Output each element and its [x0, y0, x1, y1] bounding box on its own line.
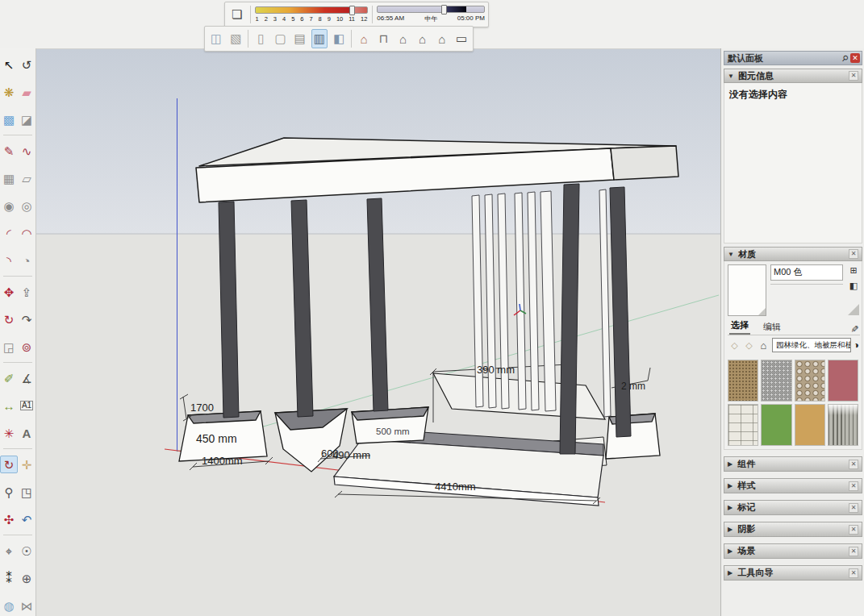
date-slider-handle[interactable]: [349, 6, 355, 15]
view-left-button[interactable]: ▭: [453, 29, 470, 48]
material-swatch-gravel-gray[interactable]: [761, 360, 791, 402]
section-close-icon[interactable]: ✕: [849, 481, 858, 491]
tool-text[interactable]: A1: [18, 397, 35, 414]
tool-push-pull[interactable]: ⇪: [18, 283, 35, 301]
section-styles[interactable]: ▶ 样式 ✕: [724, 478, 862, 493]
material-swatch-cobblestone[interactable]: [795, 360, 825, 402]
section-close-icon[interactable]: ✕: [849, 71, 858, 81]
tool-rectangle[interactable]: ▦: [0, 169, 18, 187]
tool-select[interactable]: ↖: [0, 56, 18, 73]
set-default-paint-icon[interactable]: ◧: [849, 281, 858, 291]
material-swatch-green[interactable]: [761, 404, 791, 446]
tool-zoom[interactable]: ⚲: [0, 483, 18, 501]
back-arrow-icon[interactable]: ◇: [728, 339, 741, 352]
view-front-button[interactable]: ⌂: [394, 29, 411, 48]
material-category-dropdown[interactable]: 园林绿化、地被层和植被 ∨: [772, 338, 851, 352]
tool-freehand[interactable]: ∿: [18, 142, 35, 160]
tool-look-around[interactable]: ☉: [18, 542, 35, 560]
time-slider-track[interactable]: [377, 6, 485, 13]
sample-paint-icon[interactable]: ✎: [849, 325, 860, 333]
material-swatch-pavers[interactable]: [728, 404, 758, 446]
in-model-icon[interactable]: ◑: [854, 339, 859, 351]
tool-pie[interactable]: ◔: [18, 252, 35, 269]
tool-two-point-arc[interactable]: ◠: [18, 224, 35, 242]
tool-rotate[interactable]: ↻: [0, 310, 18, 328]
material-swatch-tan[interactable]: [795, 404, 825, 446]
tab-select[interactable]: 选择: [729, 318, 750, 335]
shadow-dialog-button[interactable]: ❏: [228, 5, 246, 24]
tool-compass[interactable]: ⊕: [18, 569, 35, 587]
panel-title-bar[interactable]: 默认面板 ⚲ ✕: [724, 51, 862, 65]
section-close-icon[interactable]: ✕: [849, 547, 858, 556]
section-scenes[interactable]: ▶ 场景 ✕: [724, 543, 862, 559]
tool-tape-measure[interactable]: ✐: [0, 369, 18, 387]
material-swatch-gravel-brown[interactable]: [728, 360, 758, 402]
entity-info-header[interactable]: ▼ 图元信息 ✕: [724, 69, 862, 83]
material-swatch-mauve[interactable]: [828, 360, 858, 402]
view-iso-button[interactable]: ⌂: [356, 29, 372, 48]
tool-zoom-extents[interactable]: ✣: [0, 510, 18, 528]
section-instructor[interactable]: ▶ 工具向导 ✕: [724, 565, 862, 581]
viewport-3d[interactable]: 1700 450 mm 1400mm 600 490 mm 500 mm 441…: [35, 48, 720, 616]
material-name-field[interactable]: M00 色: [770, 264, 843, 281]
tool-material[interactable]: ◪: [18, 110, 35, 128]
time-slider-handle[interactable]: [441, 5, 447, 15]
tool-offset[interactable]: ⊚: [18, 338, 35, 356]
tool-move[interactable]: ✥: [0, 283, 18, 301]
panel-close-button[interactable]: ✕: [850, 53, 860, 63]
tab-edit[interactable]: 编辑: [762, 319, 783, 335]
tool-polygon[interactable]: ◎: [18, 197, 35, 214]
view-right-button[interactable]: ⌂: [415, 29, 431, 48]
tool-zoom-window[interactable]: ◳: [18, 483, 35, 501]
tool-protractor[interactable]: ∡: [18, 369, 35, 387]
tool-rotated-rectangle[interactable]: ▱: [18, 169, 35, 187]
section-close-icon[interactable]: ✕: [849, 503, 858, 513]
tool-circle[interactable]: ◉: [0, 197, 18, 214]
tool-scale[interactable]: ◲: [0, 338, 18, 356]
section-close-icon[interactable]: ✕: [849, 249, 858, 259]
tool-orbit[interactable]: ↻: [0, 456, 18, 473]
pin-icon[interactable]: ⚲: [840, 52, 850, 63]
style-back-edges-button[interactable]: ▧: [227, 29, 244, 48]
section-components[interactable]: ▶ 组件 ✕: [724, 456, 862, 472]
style-xray-button[interactable]: ◫: [208, 29, 224, 48]
section-close-icon[interactable]: ✕: [849, 460, 858, 469]
section-close-icon[interactable]: ✕: [849, 525, 858, 535]
material-swatch-fence[interactable]: [828, 404, 858, 446]
style-shaded-button[interactable]: ▤: [292, 29, 308, 48]
section-shadows[interactable]: ▶ 阴影 ✕: [724, 522, 862, 537]
tool-axes[interactable]: ✳: [0, 424, 18, 442]
tool-position-camera[interactable]: ⌖: [0, 542, 18, 560]
tool-arc[interactable]: ◜: [0, 224, 18, 242]
tool-extra-1[interactable]: ◍: [0, 597, 18, 614]
create-material-icon[interactable]: ⊞: [849, 265, 857, 276]
shadow-date-slider[interactable]: 1 2 3 4 5 6 7 8 9 10 11 12: [255, 6, 369, 23]
view-top-button[interactable]: ⊓: [375, 29, 391, 48]
section-tags[interactable]: ▶ 标记 ✕: [724, 500, 862, 515]
tool-zoom-previous[interactable]: ↶: [18, 510, 35, 528]
panel-resize-corner[interactable]: [848, 304, 859, 315]
tool-3d-text[interactable]: A: [18, 424, 35, 442]
style-wireframe-button[interactable]: ▯: [253, 29, 269, 48]
forward-arrow-icon[interactable]: ◇: [743, 339, 755, 352]
home-icon[interactable]: ⌂: [758, 339, 770, 352]
tool-paint-bucket[interactable]: ▩: [0, 110, 18, 128]
shadow-time-slider[interactable]: 06:55 AM 中午 05:00 PM: [377, 6, 485, 23]
view-back-button[interactable]: ⌂: [434, 29, 450, 48]
style-monochrome-button[interactable]: ◧: [331, 29, 347, 48]
tool-line[interactable]: ✎: [0, 142, 18, 160]
materials-header[interactable]: ▼ 材质 ✕: [724, 247, 862, 261]
tool-follow-me[interactable]: ↷: [18, 310, 35, 328]
tool-eraser[interactable]: ▰: [18, 83, 35, 101]
style-hidden-line-button[interactable]: ▢: [272, 29, 288, 48]
style-shaded-textures-button[interactable]: ▥: [311, 29, 328, 48]
tool-extra-2[interactable]: ⋈: [18, 597, 35, 614]
date-slider-track[interactable]: [255, 6, 369, 14]
section-close-icon[interactable]: ✕: [849, 568, 858, 578]
tool-walk[interactable]: ⁑: [0, 569, 18, 587]
tool-dimension[interactable]: ↔: [0, 397, 18, 414]
tool-make-component[interactable]: ❋: [0, 83, 18, 101]
tool-three-point-arc[interactable]: ◝: [0, 252, 18, 269]
tool-lasso[interactable]: ↺: [18, 56, 35, 73]
tool-pan[interactable]: ✛: [18, 456, 35, 473]
